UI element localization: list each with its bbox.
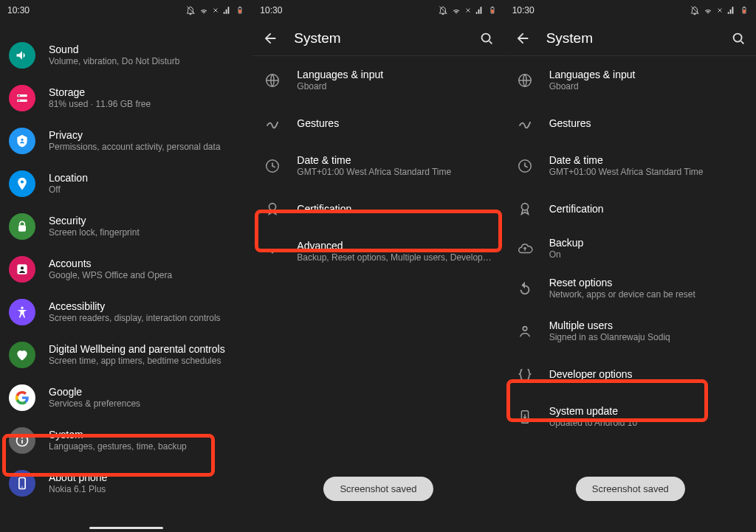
page-title: System (294, 30, 462, 46)
item-title: Google (49, 385, 241, 398)
settings-item-privacy[interactable]: PrivacyPermissions, account activity, pe… (0, 120, 252, 162)
item-subtitle: Permissions, account activity, personal … (49, 142, 241, 153)
google-icon (14, 390, 30, 406)
nav-bar-pill[interactable] (89, 527, 163, 529)
settings-item-google[interactable]: GoogleServices & preferences (0, 376, 252, 419)
reset-icon (517, 280, 533, 297)
settings-item-system[interactable]: SystemLanguages, gestures, time, backup (0, 419, 252, 462)
status-time: 10:30 (260, 5, 282, 15)
item-title: Accessibility (49, 300, 241, 313)
item-title: Advanced (297, 239, 493, 252)
bell-off-icon (185, 5, 196, 15)
bell-off-icon (438, 5, 448, 15)
x-icon (716, 7, 724, 14)
volume-icon (15, 48, 30, 63)
system-item-gestures[interactable]: Gestures (252, 102, 504, 145)
chevron-down-icon (264, 243, 281, 260)
item-subtitle: GMT+01:00 West Africa Standard Time (549, 167, 746, 179)
item-subtitle: Off (49, 184, 241, 196)
status-time: 10:30 (7, 5, 30, 15)
system-item-date[interactable]: Date & timeGMT+01:00 West Africa Standar… (252, 145, 504, 187)
back-button[interactable] (514, 30, 532, 47)
clock-icon (264, 158, 281, 174)
phone-3-system-expanded: 10:30 System Languages & inputGboard Ges… (504, 0, 756, 532)
clock-icon (517, 158, 533, 174)
status-bar: 10:30 (0, 0, 252, 21)
system-item-reset[interactable]: Reset optionsNetwork, apps or device can… (505, 267, 756, 310)
signal-icon (222, 5, 233, 15)
item-subtitle: Nokia 6.1 Plus (49, 484, 241, 496)
item-title: System (49, 428, 241, 441)
item-subtitle: Volume, vibration, Do Not Disturb (49, 56, 241, 68)
system-item-languages[interactable]: Languages & inputGboard (252, 59, 504, 102)
settings-item-security[interactable]: SecurityScreen lock, fingerprint (0, 205, 252, 248)
search-icon (478, 30, 495, 46)
item-title: Date & time (297, 153, 493, 167)
settings-item-storage[interactable]: Storage81% used · 11.96 GB free (0, 77, 252, 120)
info-icon (15, 433, 30, 448)
system-item-backup[interactable]: BackupOn (505, 230, 756, 267)
phone-icon (15, 476, 30, 491)
bell-off-icon (690, 5, 700, 15)
app-bar: System (252, 21, 504, 56)
item-title: Developer options (549, 367, 746, 381)
item-title: About phone (49, 471, 241, 484)
shield-icon (15, 134, 30, 148)
system-item-advanced[interactable]: AdvancedBackup, Reset options, Multiple … (252, 230, 504, 273)
wifi-icon (703, 5, 713, 15)
cert-icon (264, 201, 281, 217)
item-title: Storage (49, 86, 241, 99)
system-item-gestures[interactable]: Gestures (505, 102, 756, 145)
item-title: Languages & input (297, 68, 493, 81)
signal-icon (726, 5, 737, 15)
search-button[interactable] (478, 30, 495, 47)
toast-screenshot-saved[interactable]: Screenshot saved (323, 477, 433, 501)
item-subtitle: GMT+01:00 West Africa Standard Time (297, 167, 493, 179)
settings-item-location[interactable]: LocationOff (0, 162, 252, 205)
search-button[interactable] (729, 30, 747, 47)
system-item-developer[interactable]: Developer options (505, 353, 756, 395)
status-time: 10:30 (512, 5, 535, 15)
item-subtitle: Updated to Android 10 (549, 418, 746, 429)
item-title: System update (549, 404, 746, 418)
item-title: Multiple users (549, 319, 746, 332)
phone-2-system-menu: 10:30 System Languages & inputGboard Ges… (252, 0, 504, 532)
system-list[interactable]: Languages & inputGboard Gestures Date & … (505, 56, 756, 441)
system-item-date[interactable]: Date & timeGMT+01:00 West Africa Standar… (505, 145, 756, 187)
lock-icon (15, 219, 30, 234)
item-subtitle: Screen lock, fingerprint (49, 227, 241, 239)
settings-item-accessibility[interactable]: AccessibilityScreen readers, display, in… (0, 291, 252, 334)
item-title: Date & time (549, 153, 746, 167)
cert-icon (517, 201, 533, 217)
item-subtitle: Screen time, app timers, bedtime schedul… (49, 356, 241, 367)
item-title: Languages & input (549, 68, 746, 81)
toast-screenshot-saved[interactable]: Screenshot saved (576, 477, 685, 501)
status-icons (438, 4, 497, 16)
settings-item-about[interactable]: About phoneNokia 6.1 Plus (0, 462, 252, 505)
signal-icon (475, 5, 485, 15)
item-subtitle: On (549, 249, 746, 261)
cloud-icon (517, 241, 533, 257)
system-item-multiusers[interactable]: Multiple usersSigned in as Olanrewaju So… (505, 310, 756, 353)
globe-icon (264, 72, 281, 89)
settings-item-wellbeing[interactable]: Digital Wellbeing and parental controlsS… (0, 334, 252, 376)
item-subtitle: Gboard (549, 81, 746, 93)
system-list[interactable]: Languages & inputGboard Gestures Date & … (252, 56, 504, 276)
item-subtitle: Languages, gestures, time, backup (49, 441, 241, 453)
system-item-certification[interactable]: Certification (252, 187, 504, 230)
globe-icon (517, 72, 533, 89)
item-title: Gestures (297, 117, 493, 130)
app-bar: System (505, 21, 756, 56)
item-title: Backup (549, 236, 746, 249)
system-item-languages[interactable]: Languages & inputGboard (505, 59, 756, 102)
back-icon (515, 30, 531, 46)
back-button[interactable] (261, 30, 279, 47)
settings-item-sound[interactable]: SoundVolume, vibration, Do Not Disturb (0, 34, 252, 77)
settings-item-accounts[interactable]: AccountsGoogle, WPS Office and Opera (0, 248, 252, 291)
system-item-certification[interactable]: Certification (505, 187, 756, 230)
system-item-update[interactable]: System updateUpdated to Android 10 (505, 395, 756, 438)
search-icon (730, 30, 746, 46)
braces-icon (517, 366, 533, 382)
item-subtitle: Screen readers, display, interaction con… (49, 313, 241, 325)
settings-list[interactable]: SoundVolume, vibration, Do Not Disturb S… (0, 21, 252, 508)
